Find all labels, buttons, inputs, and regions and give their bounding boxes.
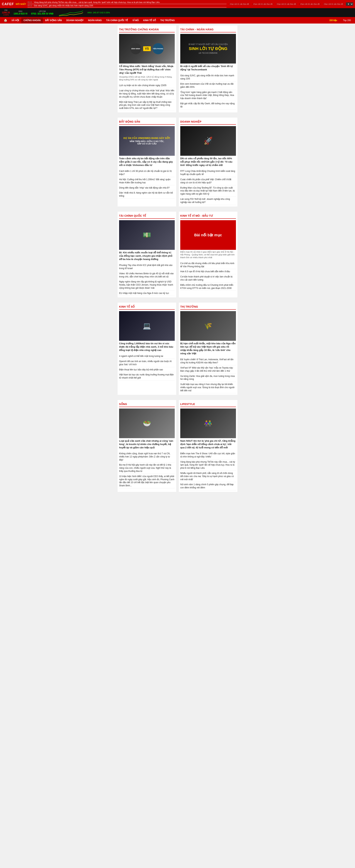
nav-kinh-te-so[interactable]: KINH TẾ SỐ xyxy=(141,18,158,23)
article-bds-main[interactable]: DỰ ÁN CỦA VINHOMES ĐANG GÂY SỐT: NẰM TRÊ… xyxy=(119,126,175,167)
list-item[interactable]: Video: 60 chiều Hermes Birkin từ giá 45 … xyxy=(119,271,175,279)
news-item-2[interactable]: 09:10 Giá vàng SJVC, giá vàng nhẫn thì n… xyxy=(28,4,226,7)
chon-ma-5[interactable]: Chọn mã CK cần theo dõi xyxy=(322,3,345,5)
list-item[interactable]: Cược chiến thị phần của phế Việt: Chiếm … xyxy=(180,177,236,185)
list-item[interactable]: Việt Nam lọt top các nước tăng trưởng th… xyxy=(119,372,175,380)
list-item[interactable]: Xuất hiện loại sau riêng tí hon nhưng đâ… xyxy=(180,382,236,393)
tt-list: Đã 'tuyên chiến' ở Thái Lan, Indonesia, … xyxy=(180,357,236,393)
list-item[interactable]: Làn song FDI 'thế hệ mới', doanh nghiệp … xyxy=(180,197,236,205)
section-bds-title[interactable]: BẤT ĐỘNG SẢN xyxy=(119,120,140,123)
article-lifestyle-title[interactable]: Nam NSUT lên tivi là 'phá gia chi tứ', t… xyxy=(180,439,236,450)
list-item[interactable]: Đón xem livestream của VIB và tận hưởng … xyxy=(180,82,236,90)
list-item[interactable]: Lịch sự kiện và tin văn chứng khoán ngày… xyxy=(119,83,175,88)
nav-xa-hoi[interactable]: XÃ HỘI xyxy=(9,18,21,23)
article-dn-title[interactable]: DN có siêu cổ phiếu tăng 50 lần, lao dốc… xyxy=(180,157,236,167)
article-song-main[interactable]: 🥗 Loại quả vừa xanh vừa chát nhưng ai cũ… xyxy=(119,408,175,450)
nav-tai-chinh-quoc-te[interactable]: TÀI CHÍNH QUỐC TẾ xyxy=(104,18,130,23)
list-item[interactable]: Vàng đang báo phá nhưng TikTok này vẫn m… xyxy=(180,460,236,471)
finance-img-subtitle: BÍ MẬT IT NGƯỜI BIẾT VỀ CÂU CHUYỆN xyxy=(188,43,227,45)
list-item[interactable]: Cơ chế ưu đãi nhưng nhiều chỉ tiêu phát … xyxy=(180,261,236,269)
section-chung-khoan-title[interactable]: THỊ TRƯỜNG CHỨNG KHOÁN xyxy=(119,28,159,31)
chon-ma-1[interactable]: Chọn mã CK cần theo dõi xyxy=(228,3,250,5)
section-tt-title[interactable]: THỊ TRƯỜNG xyxy=(180,305,198,308)
news-item-1[interactable]: 09:22 Vàng đang bứt phá nhưng TikTok này… xyxy=(28,1,226,4)
home-button[interactable]: 🏠 xyxy=(2,17,9,24)
section-song-title[interactable]: SỐNG xyxy=(119,403,127,406)
article-chungkhoan-title[interactable]: Cổ đông Nhà nước 'đánh tiếng' thoái vốn,… xyxy=(119,65,175,75)
article-dn-main[interactable]: 🚀 DN có siêu cổ phiếu tăng 50 lần, lao d… xyxy=(180,126,236,167)
list-item[interactable]: Ngày nghìn đang nim rắp giá không lộ ngh… xyxy=(119,279,175,290)
chon-ma-4[interactable]: Chọn mã OK cần theo dõi xyxy=(299,3,321,5)
logo-tienphong: TIÊN PHONG xyxy=(152,43,164,54)
article-lifestyle-main[interactable]: 👫 Nam NSUT lên tivi là 'phá gia chi tứ',… xyxy=(180,408,236,450)
article-bds-title[interactable]: Toàn cảnh siêu dự án bất động sản trên đ… xyxy=(119,157,175,167)
section-doanh-nghiep: DOANH NGHIỆP 🚀 DN có siêu cổ phiếu tăng … xyxy=(179,118,238,207)
section-thi-truong: THỊ TRƯỜNG 🌾 Bị hạn chế xuất khẩu, một k… xyxy=(179,303,238,395)
nav-vi-mo[interactable]: VĨ MÔ xyxy=(130,18,141,23)
bds-img-text: DỰ ÁN CỦA VINHOMES ĐANG GÂY SỐT: NẰM TRÊ… xyxy=(121,135,172,147)
section-dn-title[interactable]: DOANH NGHIỆP xyxy=(180,120,202,123)
list-item[interactable]: Bà mẹ ở Hà Nội gây tranh cải này lần và … xyxy=(119,462,175,474)
article-kts-main[interactable]: 💻 Công trường 1.600km2 báo tín vui lên v… xyxy=(119,311,175,352)
nav-ngan-hang[interactable]: NGÂN HÀNG xyxy=(86,18,104,23)
list-item[interactable]: Dân 'nhất nhà ở, hàng nghìn cán hộ tái đ… xyxy=(119,190,175,199)
list-item[interactable]: Điểm mạo hơn The 8 Show: U40 vẫn cực trẻ… xyxy=(180,451,236,460)
list-item[interactable]: Xa bóng Zarite: Hoa giải vệm đa, mun lươ… xyxy=(180,374,236,382)
chon-ma-select[interactable]: ▼ xyxy=(346,2,353,6)
section-tcqt-title[interactable]: TÀI CHÍNH QUỐC TẾ xyxy=(119,214,146,217)
list-item[interactable]: EU nhập một mặt hàng của Nga ở mức cao k… xyxy=(119,291,175,296)
article-ktvimo-featured[interactable]: Bài nổi bật mục Điểm mạo thí xả nhân ô g… xyxy=(180,220,236,259)
section-kinh-te-so: KINH TẾ SỐ 💻 Công trường 1.600km2 báo tí… xyxy=(117,303,176,395)
ktvimo-list: Cơ chế ưu đãi nhưng nhiều chỉ tiêu phát … xyxy=(180,261,236,291)
section-dn-header: DOANH NGHIỆP xyxy=(180,119,236,125)
list-item[interactable]: Loạt công ty chứng khoán vừa nhận 'trái'… xyxy=(119,88,175,99)
ticker-upcom[interactable]: UPCOM 0702: 321.435 SI VNĐ xyxy=(31,10,54,15)
list-item[interactable]: Đường Man của ông 'Đường Bỉ': Từ công ty… xyxy=(180,185,236,197)
kts-list: 4 ngành nghề cơ thể tiền mặt trong tương… xyxy=(119,354,175,380)
list-item[interactable]: VinFast VF Wild vào Mỹ cần 'học' mẫu xe … xyxy=(180,365,236,374)
nav-bat-dong-san[interactable]: BẤT ĐỘNG SẢN xyxy=(43,18,64,23)
list-item[interactable]: Bật gợi nhắc cấp Bú My Oanh, đối tướng c… xyxy=(180,101,236,110)
list-item[interactable]: Phương Tây chia rẽ khi ICC phát lệnh bắt… xyxy=(119,263,175,271)
list-item[interactable]: Nhiều người rời thành phố, sẵn sàng đi v… xyxy=(180,471,236,482)
list-item[interactable]: Một mặt hàng Thái Lan sắp bị Mỹ áp thuế … xyxy=(119,100,175,111)
article-tcqt-title[interactable]: BI: Khi nhiều nước muốn loại đỗ thể thôn… xyxy=(119,251,175,261)
list-item[interactable]: Nữ sinh năm 1 dáng chính 5 phiên gây chụ… xyxy=(180,482,236,490)
list-item[interactable]: Đã 'tuyên chiến' ở Thái Lan, Indonesia, … xyxy=(180,357,236,365)
nav-doanh-nghiep[interactable]: DOANH NGHIỆP xyxy=(64,18,86,23)
list-item[interactable]: Hơn 6.5 vạn lỗ ở Hà Nội chưa biết dẫn ki… xyxy=(180,269,236,274)
article-binhminh-vs-tienphong[interactable]: BÌNH MINH VS TIÊN PHONG Cổ đông Nhà nước… xyxy=(119,34,175,81)
nav-du-lieu[interactable]: Dữ liệu xyxy=(327,18,339,23)
list-item[interactable]: 'Ông trùm' ngân hàng giảm giá mạnh 2 bất… xyxy=(180,90,236,101)
list-item[interactable]: FPT Long Châu khởi động Chương trình kiể… xyxy=(180,169,236,177)
ticker-vnindex[interactable]: VNI 1256.33 -0.05% xyxy=(2,9,10,16)
list-item[interactable]: OpenAI đề cao tính an toàn, nhiều người … xyxy=(119,359,175,367)
article-song-title[interactable]: Loại quả vừa xanh vừa chát nhưng ai cũng… xyxy=(119,439,175,450)
chon-ma-2[interactable]: Chọn mã CK cần theo dõi xyxy=(252,3,274,5)
list-item[interactable]: Không chiên cộng, được nghỉ trưa vẹn thứ… xyxy=(119,451,175,462)
article-tt-title[interactable]: Bị hạn chế xuất khẩu, một kho báu của Ng… xyxy=(180,342,236,355)
list-item[interactable]: Hà Nội: Cưỡng chế thu hồi 1.200m2 'đất v… xyxy=(119,177,175,185)
list-item[interactable]: Cách kiếm 1 chỉ 30 phút có cần hộ chuẩn … xyxy=(119,169,175,177)
section-ktvimo-title[interactable]: KINH TẾ VĨ MÔ - ĐẦU TƯ xyxy=(180,214,213,217)
section-tai-chinh-title[interactable]: TÀI CHÍNH - NGÂN HÀNG xyxy=(180,28,214,31)
section-lifestyle-title[interactable]: LIFESTYLE xyxy=(180,403,195,406)
list-item[interactable]: Dòng tiền đang dẫn 'nhịp' vào bất động s… xyxy=(119,185,175,191)
list-item[interactable]: 10 triệu hiện 'kinh điển' của người CEO … xyxy=(119,474,175,488)
ticker-hnx[interactable]: HNX 1301.9 815 VI xyxy=(13,10,27,15)
list-item[interactable]: Cơ bản hoàn thành phê duyệt vị trí việc … xyxy=(180,274,236,283)
article-tai-chinh-title[interactable]: Bí mật ít người biết về câu chuyện 'Sinh… xyxy=(180,65,236,71)
article-sinh-loi[interactable]: BÍ MẬT IT NGƯỜI BIẾT VỀ CÂU CHUYỆN SINH … xyxy=(180,34,236,71)
list-item[interactable]: Điều chỉnh chủ trường đầu tư Chương trìn… xyxy=(180,283,236,291)
chon-ma-3[interactable]: Chọn mã CK cần theo dõi xyxy=(275,3,297,5)
section-kts-title[interactable]: KINH TẾ SỐ xyxy=(119,305,135,308)
nav-thi-truong[interactable]: THỊ TRƯỜNG xyxy=(158,18,177,23)
list-item[interactable]: Giá vàng SJVC, giá vàng nhẫn thì nhảo bó… xyxy=(180,73,236,82)
article-kts-title[interactable]: Công trường 1.600km2 báo tín vui lên vì … xyxy=(119,342,175,352)
list-item[interactable]: Điện thoại liên tục bảo dây bộ nhớ phần … xyxy=(119,367,175,372)
nav-top200[interactable]: Top 200 xyxy=(341,18,353,23)
list-item[interactable]: 4 ngành nghề cơ thể tiền mặt trong tương… xyxy=(119,354,175,359)
nav-chung-khoan[interactable]: CHỨNG KHOÁN xyxy=(21,18,43,23)
article-tcqt-main[interactable]: 💵 BI: Khi nhiều nước muốn loại đỗ thể th… xyxy=(119,220,175,261)
article-tt-main[interactable]: 🌾 Bị hạn chế xuất khẩu, một kho báu của … xyxy=(180,311,236,355)
